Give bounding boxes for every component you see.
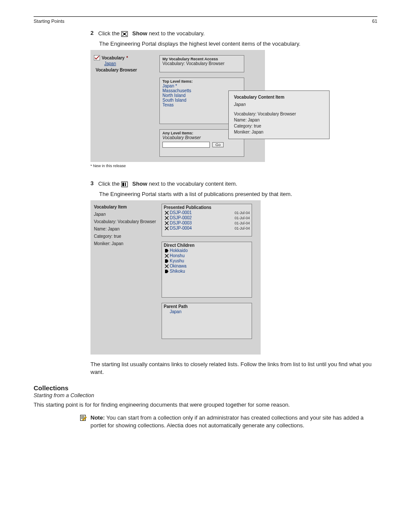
step-2: 2 Click the Show next to the vocabulary.: [90, 30, 377, 37]
fig2-left-line: Vocabulary: Vocabulary Browser: [94, 219, 159, 224]
panel-header: My Vocabulary Recent Access: [162, 57, 241, 61]
section-paragraph: This starting point is for for finding e…: [34, 401, 377, 409]
step-3-result: The Engineering Portal starts with a lis…: [99, 190, 377, 198]
fig2-left-name: Japan: [94, 212, 159, 217]
fig2-left-title: Vocabulary Item: [94, 205, 127, 209]
note-text: Note: You can start from a collection on…: [90, 414, 377, 429]
fig1-left-column: Vocabulary * Japan Vocabulary Browser: [90, 50, 151, 73]
table-row[interactable]: DSJP-000401-Jul-04: [164, 226, 250, 230]
show-icon: [121, 31, 131, 37]
svg-rect-5: [125, 183, 126, 186]
header-row: Starting Points 61: [34, 19, 377, 24]
tag-icon: [164, 269, 170, 274]
search-input[interactable]: [162, 142, 210, 148]
note-icon: [34, 414, 90, 429]
header-left: Starting Points: [34, 19, 65, 24]
table-row[interactable]: Shikoku: [164, 269, 250, 274]
note-label: Note:: [90, 414, 106, 421]
presented-publications-portlet: Presented Publications DSJP-000101-Jul-0…: [162, 204, 252, 236]
popup-line: Vocabulary: Vocabulary Browser: [234, 111, 324, 117]
table-row[interactable]: Hokkaido: [164, 248, 250, 253]
fig2-left-line: Name: Japan: [94, 227, 159, 231]
portlet-header: Presented Publications: [164, 205, 250, 210]
x-icon: [164, 264, 170, 268]
step-number: 2: [90, 30, 98, 36]
svg-rect-4: [122, 183, 124, 186]
fig2-left-line: Moniker: Japan: [94, 241, 159, 246]
portlet-header: Direct Children: [164, 243, 250, 248]
step-2-result: The Engineering Portal displays the high…: [99, 40, 377, 48]
panel-line: Vocabulary: Vocabulary Browser: [162, 61, 241, 66]
table-row[interactable]: DSJP-000301-Jul-04: [164, 221, 250, 225]
popup-line: Name: Japan: [234, 117, 324, 123]
step-text: Click the Show next to the vocabulary.: [98, 30, 377, 37]
step-text: Click the Show next to the vocabulary co…: [98, 180, 377, 188]
recent-access-panel: My Vocabulary Recent Access Vocabulary: …: [159, 55, 244, 72]
step-3: 3 Click the Show next to the vocabulary …: [90, 180, 377, 188]
star-icon: *: [126, 56, 128, 60]
step-number: 3: [90, 180, 98, 187]
page: Starting Points 61 2 Click the Show next…: [0, 0, 411, 455]
direct-children-portlet: Direct Children Hokkaido Honshu Kyushu O…: [162, 242, 252, 298]
x-icon: [164, 216, 170, 220]
x-icon: [164, 226, 170, 230]
x-icon: [164, 221, 170, 225]
table-row[interactable]: Honshu: [164, 253, 250, 258]
tooltip-popup: Vocabulary Content Item Japan Vocabulary…: [228, 90, 330, 139]
show-word: Show: [132, 30, 147, 37]
show-icon: [121, 181, 131, 187]
vocabulary-label: Vocabulary: [102, 56, 125, 60]
go-button[interactable]: Go: [212, 142, 224, 147]
x-icon: [164, 211, 170, 215]
fig2-left-column: Vocabulary Item Japan Vocabulary: Vocabu…: [94, 205, 159, 246]
popup-line: Moniker: Japan: [234, 129, 324, 135]
item[interactable]: Japan *: [162, 84, 241, 88]
table-row[interactable]: Kyushu: [164, 258, 250, 263]
popup-subtitle: Japan: [234, 102, 324, 108]
fig2-left-line: Category: true: [94, 234, 159, 239]
svg-point-1: [124, 33, 125, 34]
figure-2: Vocabulary Item Japan Vocabulary: Vocabu…: [90, 200, 377, 355]
list-item[interactable]: Japan: [103, 61, 151, 66]
parent-path-portlet: Parent Path Japan: [162, 303, 252, 339]
tag-icon: [164, 259, 170, 263]
table-row[interactable]: DSJP-000101-Jul-04: [164, 210, 250, 215]
figure-2-canvas: Vocabulary Item Japan Vocabulary: Vocabu…: [90, 200, 261, 355]
section-subtitle: Starting from a Collection: [34, 392, 377, 398]
header-rule: [34, 16, 377, 17]
show-word: Show: [132, 180, 147, 187]
table-row[interactable]: Okinawa: [164, 264, 250, 268]
table-row[interactable]: Japan: [164, 309, 250, 314]
tag-icon: [164, 249, 170, 253]
note-row: Note: You can start from a collection on…: [34, 414, 377, 429]
popup-title: Vocabulary Content Item: [234, 94, 324, 100]
japan-link[interactable]: Japan: [104, 61, 116, 66]
panel-header: Top Level Items:: [162, 79, 241, 84]
figure-1: Vocabulary * Japan Vocabulary Browser My…: [90, 50, 377, 162]
popup-line: Category: true: [234, 123, 324, 129]
x-icon: [164, 254, 170, 258]
after-figure-text: The starting list usually contains links…: [90, 361, 377, 376]
list-item: Vocabulary *: [94, 55, 151, 60]
list-item: Vocabulary Browser: [94, 68, 151, 72]
header-right: 61: [372, 19, 377, 24]
figure-1-caption: * New in this release: [90, 164, 377, 168]
vocab-browser-label: Vocabulary Browser: [96, 68, 137, 72]
section-title: Collections: [34, 384, 377, 392]
portlet-header: Parent Path: [164, 304, 250, 309]
table-row[interactable]: DSJP-000201-Jul-04: [164, 215, 250, 220]
